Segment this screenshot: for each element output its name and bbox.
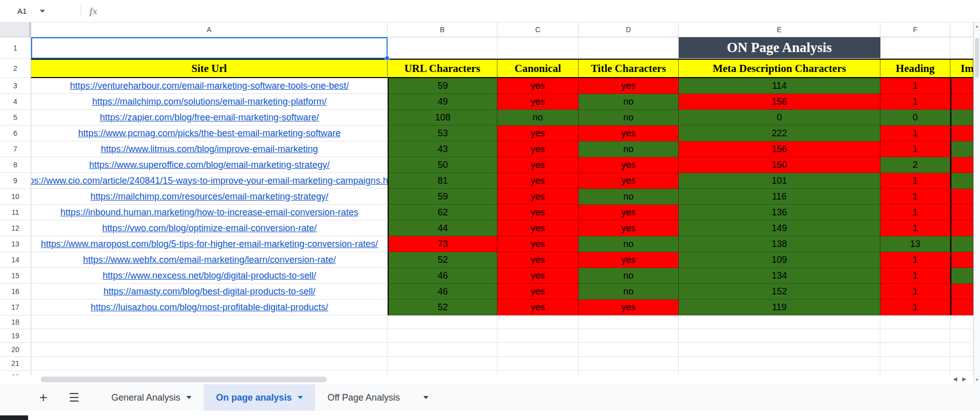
cell-title-characters[interactable]: no	[579, 110, 679, 126]
cell-site-url-link[interactable]: https://vwo.com/blog/optimize-email-conv…	[31, 220, 388, 236]
cell-title-characters[interactable]: yes	[579, 173, 679, 189]
header-cell-site-url[interactable]: Site Url	[31, 59, 388, 78]
cell-url-characters[interactable]: 52	[388, 252, 497, 268]
cell-meta-description-characters[interactable]: 222	[679, 126, 880, 141]
empty-cell[interactable]	[679, 357, 880, 370]
cell-canonical[interactable]: yes	[497, 205, 579, 220]
vertical-scrollbar[interactable]: ▲ ▼	[973, 22, 980, 384]
row-header-18[interactable]: 18	[0, 315, 31, 329]
column-header-F[interactable]: F	[880, 22, 950, 37]
column-header-C[interactable]: C	[497, 22, 579, 37]
cell-canonical[interactable]: yes	[497, 157, 579, 173]
empty-cell[interactable]	[579, 37, 679, 59]
empty-cell[interactable]	[950, 329, 973, 343]
vertical-scroll-thumb[interactable]	[975, 38, 979, 78]
cell-url-characters[interactable]: 49	[388, 94, 497, 110]
cell-heading[interactable]: 1	[880, 205, 950, 220]
cell-meta-description-characters[interactable]: 136	[679, 205, 880, 220]
cell-partial-column[interactable]	[950, 94, 973, 110]
cell-site-url-link[interactable]: https://www.litmus.com/blog/improve-emai…	[31, 141, 388, 157]
empty-cell[interactable]	[388, 315, 497, 329]
name-box-dropdown-icon[interactable]	[40, 10, 45, 13]
cell-canonical[interactable]: yes	[497, 300, 579, 315]
cell-url-characters[interactable]: 53	[388, 126, 497, 141]
cell-meta-description-characters[interactable]: 156	[679, 141, 880, 157]
cell-heading[interactable]: 1	[880, 220, 950, 236]
empty-cell[interactable]	[31, 37, 388, 59]
row-header-13[interactable]: 13	[0, 236, 31, 252]
row-header-11[interactable]: 11	[0, 205, 31, 220]
cell-url-characters[interactable]: 46	[388, 284, 497, 300]
row-header-12[interactable]: 12	[0, 220, 31, 236]
cell-heading[interactable]: 1	[880, 78, 950, 94]
header-cell-title-characters[interactable]: Title Characters	[579, 59, 679, 78]
cell-partial-column[interactable]	[950, 110, 973, 126]
cell-heading[interactable]: 1	[880, 126, 950, 141]
empty-cell[interactable]	[497, 343, 579, 357]
empty-cell[interactable]	[579, 357, 679, 370]
cell-canonical[interactable]: yes	[497, 94, 579, 110]
row-header-15[interactable]: 15	[0, 268, 31, 284]
cell-url-characters[interactable]: 62	[388, 205, 497, 220]
empty-cell[interactable]	[950, 357, 973, 370]
cell-title-characters[interactable]: no	[579, 236, 679, 252]
cell-meta-description-characters[interactable]: 0	[679, 110, 880, 126]
cell-site-url-link[interactable]: https://mailchimp.com/resources/email-ma…	[31, 189, 388, 205]
empty-cell[interactable]	[31, 329, 388, 343]
empty-cell[interactable]	[579, 315, 679, 329]
row-header-2[interactable]: 2	[0, 59, 31, 78]
cell-heading[interactable]: 1	[880, 252, 950, 268]
cell-site-url-link[interactable]: https://amasty.com/blog/best-digital-pro…	[31, 284, 388, 300]
row-header-1[interactable]: 1	[0, 37, 31, 59]
cell-site-url-link[interactable]: https://www.nexcess.net/blog/digital-pro…	[31, 268, 388, 284]
cell-title-characters[interactable]: yes	[579, 157, 679, 173]
cell-canonical[interactable]: yes	[497, 78, 579, 94]
cell-url-characters[interactable]: 81	[388, 173, 497, 189]
all-sheets-menu-button[interactable]: ☰	[66, 391, 82, 405]
header-cell-url-characters[interactable]: URL Characters	[388, 59, 497, 78]
cell-canonical[interactable]: yes	[497, 141, 579, 157]
column-header-B[interactable]: B	[388, 22, 497, 37]
cell-site-url-link[interactable]: https://mailchimp.com/solutions/email-ma…	[31, 94, 388, 110]
scroll-right-icon[interactable]: ▶	[962, 376, 966, 382]
cell-meta-description-characters[interactable]: 116	[679, 189, 880, 205]
cell-heading[interactable]: 13	[880, 236, 950, 252]
cell-partial-column[interactable]	[950, 141, 973, 157]
cell-canonical[interactable]: yes	[497, 236, 579, 252]
cell-site-url-link[interactable]: https://www.webfx.com/email-marketing/le…	[31, 252, 388, 268]
cell-partial-column[interactable]	[950, 173, 973, 189]
cell-title-characters[interactable]: no	[579, 189, 679, 205]
empty-cell[interactable]	[950, 315, 973, 329]
cell-canonical[interactable]: yes	[497, 173, 579, 189]
empty-cell[interactable]	[880, 357, 950, 370]
cell-url-characters[interactable]: 46	[388, 268, 497, 284]
header-cell-heading[interactable]: Heading	[880, 59, 950, 78]
row-header-8[interactable]: 8	[0, 157, 31, 173]
row-header-17[interactable]: 17	[0, 300, 31, 315]
add-sheet-button[interactable]: +	[36, 390, 51, 406]
column-header-D[interactable]: D	[579, 22, 679, 37]
empty-cell[interactable]	[579, 343, 679, 357]
empty-cell[interactable]	[497, 315, 579, 329]
empty-cell[interactable]	[31, 343, 388, 357]
cell-title-characters[interactable]: yes	[579, 252, 679, 268]
cell-partial-column[interactable]	[950, 189, 973, 205]
tab-off-page-analysis[interactable]: Off Page Analysis	[315, 384, 441, 411]
cell-heading[interactable]: 1	[880, 173, 950, 189]
cell-partial-column[interactable]	[950, 205, 973, 220]
row-header-7[interactable]: 7	[0, 141, 31, 157]
cell-canonical[interactable]: yes	[497, 126, 579, 141]
cell-site-url-link[interactable]: https://inbound.human.marketing/how-to-i…	[31, 205, 388, 220]
cell-meta-description-characters[interactable]: 149	[679, 220, 880, 236]
cell-url-characters[interactable]: 59	[388, 78, 497, 94]
empty-cell[interactable]	[497, 357, 579, 370]
cell-heading[interactable]: 2	[880, 157, 950, 173]
row-header-19[interactable]: 19	[0, 329, 31, 343]
empty-cell[interactable]	[880, 37, 950, 59]
cell-site-url-link[interactable]: https://www.maropost.com/blog/5-tips-for…	[31, 236, 388, 252]
cell-meta-description-characters[interactable]: 101	[679, 173, 880, 189]
column-header-partial[interactable]	[950, 22, 973, 37]
cell-canonical[interactable]: yes	[497, 284, 579, 300]
scroll-left-icon[interactable]: ◀	[953, 376, 958, 382]
row-header-4[interactable]: 4	[0, 94, 31, 110]
